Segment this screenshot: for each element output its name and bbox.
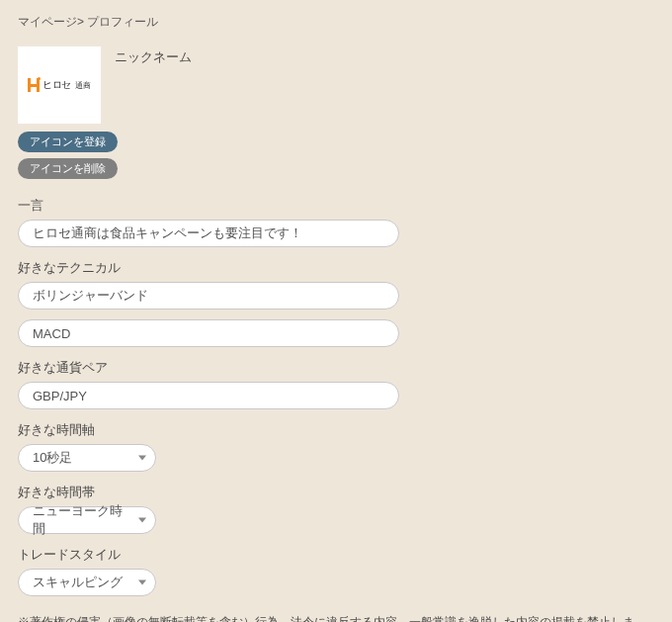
- register-icon-button[interactable]: アイコンを登録: [18, 132, 118, 152]
- avatar-brand-main: ヒロセ: [42, 78, 71, 92]
- style-label: トレードスタイル: [18, 546, 654, 564]
- timezone-value: ニューヨーク時間: [33, 502, 127, 538]
- avatar-logo-icon: ヒロセ 通商: [28, 78, 91, 92]
- hitokoto-label: 一言: [18, 197, 654, 215]
- pair-input[interactable]: [18, 382, 399, 409]
- breadcrumb-part1[interactable]: マイページ: [18, 15, 77, 29]
- technical-label: 好きなテクニカル: [18, 259, 654, 277]
- technical-input-2[interactable]: [18, 319, 399, 347]
- chevron-down-icon: [138, 518, 146, 523]
- avatar-brand-sub: 通商: [75, 80, 91, 91]
- breadcrumb-part2: プロフィール: [87, 15, 158, 29]
- timeframe-select[interactable]: 10秒足: [18, 444, 156, 472]
- breadcrumb-separator: >: [77, 15, 84, 29]
- nickname-label: ニックネーム: [115, 48, 192, 66]
- breadcrumb: マイページ> プロフィール: [18, 14, 654, 31]
- note-line-1: ※著作権の侵害（画像の無断転載等を含む）行為、法令に違反する内容、一般常識を逸脱…: [18, 612, 654, 622]
- timeframe-value: 10秒足: [33, 449, 72, 467]
- chevron-down-icon: [138, 456, 146, 461]
- timeframe-label: 好きな時間軸: [18, 421, 654, 439]
- hitokoto-input[interactable]: [18, 220, 399, 247]
- style-select[interactable]: スキャルピング: [18, 569, 156, 596]
- pair-label: 好きな通貨ペア: [18, 359, 654, 377]
- delete-icon-button[interactable]: アイコンを削除: [18, 158, 118, 179]
- avatar: ヒロセ 通商: [18, 46, 101, 124]
- style-value: スキャルピング: [33, 574, 123, 591]
- footer-notes: ※著作権の侵害（画像の無断転載等を含む）行為、法令に違反する内容、一般常識を逸脱…: [18, 612, 654, 622]
- timezone-label: 好きな時間帯: [18, 484, 654, 501]
- profile-header-row: ヒロセ 通商 ニックネーム: [18, 46, 654, 124]
- technical-input-1[interactable]: [18, 282, 399, 310]
- chevron-down-icon: [138, 580, 146, 585]
- timezone-select[interactable]: ニューヨーク時間: [18, 506, 156, 534]
- avatar-button-stack: アイコンを登録 アイコンを削除: [18, 132, 654, 179]
